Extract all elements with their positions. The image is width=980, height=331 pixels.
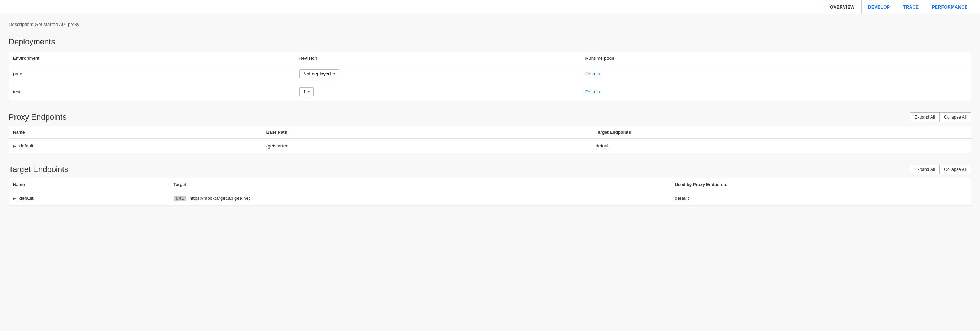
tab-overview[interactable]: OVERVIEW [823,0,861,14]
col-header-runtime-pods: Runtime pods [581,52,971,65]
table-row: ▶ default URL https://mocktarget.apigee.… [9,191,971,206]
table-row: ▶ default /getstarted default [9,139,971,153]
tab-develop[interactable]: DEVELOP [862,0,897,14]
proxy-endpoints-title: Proxy Endpoints [9,112,67,122]
proxy-endpoints-section: Proxy Endpoints Expand All Collapse All … [9,112,971,153]
runtime-pods-cell-prod: Details [581,65,971,83]
col-header-name: Name [9,179,169,191]
col-header-used-by: Used by Proxy Endpoints [671,179,971,191]
deployments-title: Deployments [9,37,971,46]
proxy-basepath-cell: /getstarted [262,139,591,153]
target-endpoints-buttons: Expand All Collapse All [910,165,971,174]
target-expand-all-button[interactable]: Expand All [910,165,940,174]
proxy-expand-all-button[interactable]: Expand All [910,112,940,122]
env-cell-test: test [9,83,295,101]
target-target-cell: URL https://mocktarget.apigee.net [169,191,671,206]
details-link-prod[interactable]: Details [585,71,600,76]
col-header-target-endpoints: Target Endpoints [591,126,971,139]
target-endpoints-table: Name Target Used by Proxy Endpoints ▶ de… [9,179,971,206]
table-row: test 1 ▾ Details [9,83,971,101]
chevron-down-icon: ▾ [308,90,310,94]
main-content: Description: Get started API proxy Deplo… [0,14,980,224]
col-header-environment: Environment [9,52,295,65]
revision-cell-prod: Not deployed ▾ [295,65,581,83]
col-header-target: Target [169,179,671,191]
target-endpoints-header: Target Endpoints Expand All Collapse All [9,165,971,174]
revision-cell-test: 1 ▾ [295,83,581,101]
proxy-endpoints-buttons: Expand All Collapse All [910,112,971,122]
proxy-endpoints-header: Proxy Endpoints Expand All Collapse All [9,112,971,122]
target-name-cell: ▶ default [9,191,169,206]
proxy-name-cell: ▶ default [9,139,262,153]
proxy-endpoints-table: Name Base Path Target Endpoints ▶ defaul… [9,126,971,153]
col-header-revision: Revision [295,52,581,65]
tab-performance[interactable]: PERFORMANCE [925,0,974,14]
revision-dropdown-test[interactable]: 1 ▾ [299,87,314,96]
deployments-section: Deployments Environment Revision Runtime… [9,37,971,101]
url-badge: URL [173,196,186,201]
target-used-by-cell: default [671,191,971,206]
table-row: prod Not deployed ▾ Details [9,65,971,83]
details-link-test[interactable]: Details [585,89,600,95]
runtime-pods-cell-test: Details [581,83,971,101]
env-cell-prod: prod [9,65,295,83]
revision-dropdown-prod[interactable]: Not deployed ▾ [299,69,339,78]
col-header-name: Name [9,126,262,139]
top-nav: OVERVIEW DEVELOP TRACE PERFORMANCE [0,0,980,14]
proxy-target-cell: default [591,139,971,153]
chevron-down-icon: ▾ [333,72,335,76]
expand-arrow-icon[interactable]: ▶ [13,196,16,201]
proxy-collapse-all-button[interactable]: Collapse All [939,112,971,122]
target-collapse-all-button[interactable]: Collapse All [939,165,971,174]
expand-arrow-icon[interactable]: ▶ [13,144,16,149]
deployments-table: Environment Revision Runtime pods prod N… [9,52,971,101]
tab-trace[interactable]: TRACE [897,0,926,14]
description-text: Description: Get started API proxy [9,22,971,27]
target-endpoints-title: Target Endpoints [9,165,68,174]
col-header-base-path: Base Path [262,126,591,139]
target-endpoints-section: Target Endpoints Expand All Collapse All… [9,165,971,206]
